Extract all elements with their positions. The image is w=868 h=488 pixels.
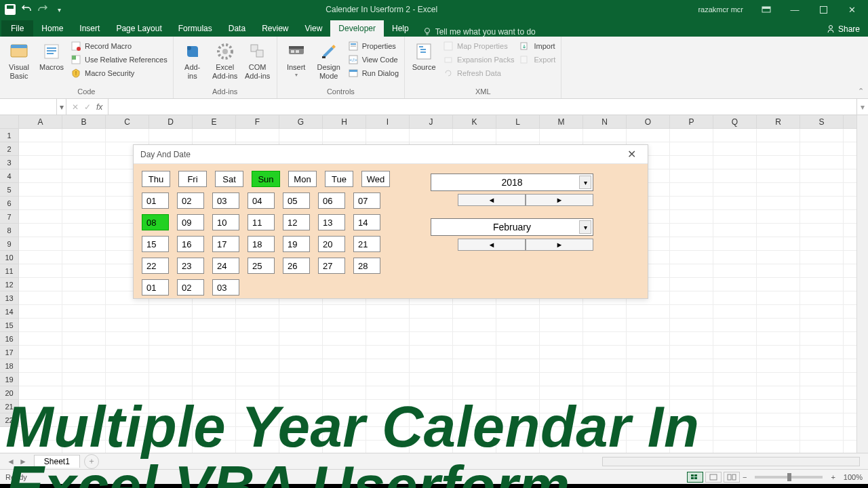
column-header[interactable]: M: [540, 115, 583, 128]
calendar-date[interactable]: 11: [248, 214, 275, 230]
com-addins-button[interactable]: COM Add-ins: [243, 39, 273, 81]
zoom-level[interactable]: 100%: [844, 473, 863, 481]
undo-icon[interactable]: [20, 3, 33, 16]
column-header[interactable]: G: [279, 115, 323, 128]
row-header[interactable]: 21: [0, 400, 19, 413]
sheet-nav-prev[interactable]: ◄: [7, 457, 15, 466]
ribbon-display-icon[interactable]: [753, 0, 780, 19]
zoom-slider[interactable]: [755, 476, 823, 479]
column-header[interactable]: S: [800, 115, 844, 128]
relative-references-button[interactable]: Use Relative References: [69, 54, 169, 66]
visual-basic-button[interactable]: Visual Basic: [4, 39, 34, 81]
calendar-date[interactable]: 15: [142, 236, 169, 252]
calendar-date[interactable]: 28: [353, 258, 380, 274]
macro-security-button[interactable]: !Macro Security: [69, 67, 169, 79]
macros-button[interactable]: Macros: [37, 39, 66, 72]
row-header[interactable]: 18: [0, 359, 19, 373]
year-prev-button[interactable]: ◄: [458, 194, 526, 206]
tab-home[interactable]: Home: [33, 20, 71, 37]
column-header[interactable]: F: [236, 115, 279, 128]
calendar-date[interactable]: 08: [142, 214, 169, 230]
calendar-date[interactable]: 26: [283, 258, 310, 274]
calendar-date[interactable]: 23: [177, 258, 204, 274]
select-all-corner[interactable]: [0, 115, 19, 128]
calendar-date[interactable]: 06: [318, 192, 345, 209]
xml-import-button[interactable]: Import: [518, 40, 557, 52]
add-sheet-button[interactable]: ＋: [84, 454, 99, 469]
column-header[interactable]: L: [496, 115, 540, 128]
row-header[interactable]: 9: [0, 237, 19, 251]
calendar-date[interactable]: 10: [212, 214, 239, 230]
calendar-date[interactable]: 21: [353, 236, 380, 252]
maximize-button[interactable]: [810, 0, 837, 19]
column-header[interactable]: O: [627, 115, 670, 128]
row-header[interactable]: 1: [0, 129, 19, 142]
formula-input[interactable]: [108, 99, 856, 115]
row-header[interactable]: 22: [0, 413, 19, 427]
collapse-ribbon-button[interactable]: ⌃: [853, 37, 868, 98]
row-header[interactable]: 13: [0, 291, 19, 305]
insert-control-button[interactable]: Insert▾: [281, 39, 311, 79]
account-name[interactable]: razakmcr mcr: [698, 5, 743, 14]
tell-me-search[interactable]: Tell me what you want to do: [422, 27, 536, 37]
calendar-date[interactable]: 07: [353, 192, 380, 209]
cells-area[interactable]: Day And Date ✕ ThuFriSatSunMonTueWed0102…: [19, 129, 856, 453]
row-header[interactable]: 6: [0, 197, 19, 210]
column-header[interactable]: H: [323, 115, 366, 128]
calendar-date[interactable]: 03: [212, 192, 239, 209]
calendar-date[interactable]: 18: [248, 236, 275, 252]
calendar-date[interactable]: 16: [177, 236, 204, 252]
column-header[interactable]: B: [62, 115, 106, 128]
calendar-date[interactable]: 25: [248, 258, 275, 274]
spreadsheet-grid[interactable]: ABCDEFGHIJKLMNOPQRS 12345678910111213141…: [0, 115, 868, 453]
close-button[interactable]: ✕: [838, 0, 865, 19]
calendar-date[interactable]: 14: [353, 214, 380, 230]
tab-formulas[interactable]: Formulas: [170, 20, 220, 37]
day-header-mon[interactable]: Mon: [288, 171, 317, 187]
day-header-sat[interactable]: Sat: [215, 171, 243, 187]
calendar-date[interactable]: 27: [318, 258, 345, 274]
quick-save-icon[interactable]: [4, 3, 16, 16]
excel-addins-button[interactable]: Excel Add-ins: [210, 39, 240, 81]
calendar-date[interactable]: 02: [177, 192, 204, 209]
record-macro-button[interactable]: Record Macro: [69, 40, 169, 52]
calendar-date[interactable]: 04: [248, 192, 275, 209]
design-mode-button[interactable]: Design Mode: [314, 39, 344, 81]
row-header[interactable]: 10: [0, 251, 19, 264]
zoom-in-button[interactable]: +: [828, 473, 837, 481]
day-header-tue[interactable]: Tue: [325, 171, 353, 187]
tab-page-layout[interactable]: Page Layout: [108, 20, 170, 37]
row-header[interactable]: 14: [0, 305, 19, 319]
name-box-dropdown[interactable]: ▾: [57, 99, 66, 115]
tab-review[interactable]: Review: [254, 20, 296, 37]
calendar-date[interactable]: 24: [212, 258, 239, 274]
calendar-date[interactable]: 01: [142, 279, 169, 296]
calendar-date[interactable]: 22: [142, 258, 169, 274]
month-prev-button[interactable]: ◄: [458, 239, 526, 251]
zoom-out-button[interactable]: −: [740, 473, 749, 481]
row-header[interactable]: 20: [0, 386, 19, 400]
calendar-date[interactable]: 17: [212, 236, 239, 252]
column-header[interactable]: C: [106, 115, 149, 128]
tab-help[interactable]: Help: [384, 20, 417, 37]
row-header[interactable]: 12: [0, 278, 19, 291]
column-header[interactable]: K: [453, 115, 496, 128]
row-header[interactable]: 7: [0, 210, 19, 224]
row-header[interactable]: 5: [0, 183, 19, 197]
share-button[interactable]: Share: [818, 22, 868, 37]
sheet-tab-sheet1[interactable]: Sheet1: [34, 455, 80, 468]
day-header-fri[interactable]: Fri: [178, 171, 207, 187]
column-header[interactable]: J: [410, 115, 453, 128]
calendar-date[interactable]: 09: [177, 214, 204, 230]
year-next-button[interactable]: ►: [526, 194, 593, 206]
calendar-date[interactable]: 13: [318, 214, 345, 230]
row-header[interactable]: 8: [0, 224, 19, 237]
column-header[interactable]: R: [757, 115, 800, 128]
calendar-date[interactable]: 01: [142, 192, 169, 209]
column-header[interactable]: Q: [713, 115, 757, 128]
redo-icon[interactable]: [37, 3, 49, 16]
view-code-button[interactable]: </>View Code: [347, 54, 400, 66]
row-header[interactable]: 19: [0, 373, 19, 386]
qat-dropdown-icon[interactable]: ▾: [53, 3, 65, 16]
addins-button[interactable]: Add- ins: [178, 39, 208, 81]
